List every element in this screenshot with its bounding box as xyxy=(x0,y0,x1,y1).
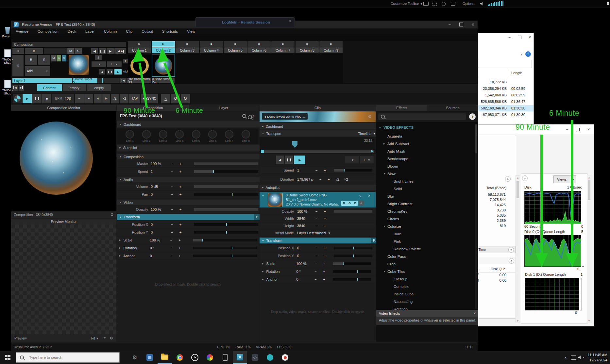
section-dashboard[interactable]: Dashboard xyxy=(117,121,261,127)
taskbar-icon-resolume-active[interactable]: A xyxy=(233,351,247,364)
scale-slider[interactable] xyxy=(193,239,257,241)
section-collapse-icon[interactable] xyxy=(509,258,514,264)
desktop-icon-recycle-bin[interactable]: Recyc... xyxy=(1,25,14,40)
anchor-row[interactable]: Anchor0 xyxy=(117,253,259,259)
pan-slider[interactable] xyxy=(194,193,258,196)
taskbar-icon-settings[interactable] xyxy=(127,351,142,364)
column-7-header[interactable]: Column 7 xyxy=(271,47,295,53)
effect-item[interactable]: Bright.Contrast xyxy=(376,200,478,207)
tray-clock[interactable]: 11:11:45 AM 12/27/2024 xyxy=(586,352,607,363)
layer-skip-start-button[interactable] xyxy=(120,78,126,83)
preview-fit-dropdown[interactable]: Fit xyxy=(91,336,98,340)
deck-tab-empty-1[interactable]: empty xyxy=(63,84,86,91)
deck-tab-content[interactable]: Content xyxy=(37,84,62,91)
taskbar-icon-chrome[interactable] xyxy=(173,351,187,364)
increment-button[interactable] xyxy=(176,230,185,234)
increment-button[interactable] xyxy=(176,185,185,189)
clip-play-button[interactable] xyxy=(294,156,305,164)
bpm-display[interactable]: BPM 120 xyxy=(52,94,74,103)
menu-item-layer[interactable]: Layer xyxy=(81,29,99,33)
duration-double-button[interactable]: ×2 xyxy=(344,177,348,181)
desktop-icon-shortcut-1[interactable]: TheDo - Sho.. xyxy=(1,48,14,66)
bpm-decrease-button[interactable] xyxy=(75,94,84,103)
increment-button[interactable] xyxy=(176,162,185,166)
response-time-section[interactable]: e Time xyxy=(474,246,516,253)
options-menu[interactable]: Options xyxy=(463,2,474,6)
increment-button[interactable] xyxy=(176,170,185,174)
layer-active-clip-name[interactable]: 8 Dome Sweet Do... xyxy=(73,78,97,83)
layer-loop-mode-dropdown[interactable] xyxy=(92,61,106,67)
column-1-header[interactable]: Column 1 xyxy=(128,47,151,53)
close-button[interactable] xyxy=(472,22,474,27)
increment-button[interactable] xyxy=(320,262,328,266)
increment-button[interactable] xyxy=(176,223,185,226)
increment-button[interactable] xyxy=(175,254,184,258)
network-icon[interactable] xyxy=(451,2,455,6)
effect-preset-item[interactable]: Inside Cube xyxy=(376,290,478,298)
desktop-icon-shortcut-2[interactable]: TheDo - Sho.. xyxy=(1,78,14,97)
anchor-slider[interactable] xyxy=(193,255,257,257)
preview-settings-icon[interactable] xyxy=(110,336,113,340)
position-x-slider[interactable] xyxy=(194,223,258,226)
clip-2-name[interactable]: 8 Dome Sweet Do... xyxy=(152,78,175,83)
column-8-header[interactable]: Column 8 xyxy=(296,47,319,53)
decrement-button[interactable] xyxy=(311,270,320,273)
effect-item[interactable]: ChromaKey xyxy=(376,207,478,215)
maximize-button[interactable] xyxy=(459,23,463,26)
effect-item[interactable]: Circles xyxy=(376,215,478,223)
close-panel-icon[interactable] xyxy=(473,311,476,316)
taskbar-icon-code-app[interactable]: </> xyxy=(248,351,262,364)
effect-preset-item[interactable]: Closeup xyxy=(376,275,478,283)
tab-sources[interactable]: Sources xyxy=(427,105,478,111)
section-transform-selected[interactable]: Transform P. xyxy=(117,214,261,220)
composition-pause-button[interactable] xyxy=(99,48,106,54)
volume-slider[interactable] xyxy=(194,185,258,188)
position-x-row[interactable]: Position X0 xyxy=(117,221,259,228)
taskbar-icon-blue-app[interactable] xyxy=(143,351,157,364)
taskbar-icon-disc-app[interactable] xyxy=(278,351,292,364)
clip-section-transform-selected[interactable]: Transform P. xyxy=(260,238,378,243)
column-6-header[interactable]: Column 6 xyxy=(247,47,271,53)
decrement-button[interactable] xyxy=(168,207,176,211)
effect-item[interactable]: Auto Mask xyxy=(376,147,478,155)
composition-play-button[interactable] xyxy=(107,48,114,54)
layer-prev-button[interactable] xyxy=(99,69,105,74)
views-dropdown[interactable]: Views xyxy=(553,175,576,183)
increment-button[interactable] xyxy=(176,207,185,211)
decrement-button[interactable] xyxy=(311,262,320,266)
increment-button[interactable] xyxy=(175,246,184,250)
layer-audio-toggle[interactable]: A xyxy=(57,55,61,61)
clip-anchor-row[interactable]: Anchor0 xyxy=(260,276,376,283)
clip-anchor-slider[interactable] xyxy=(333,278,371,281)
effect-item[interactable]: Color Pass xyxy=(376,253,478,260)
clip-scale-row[interactable]: Scale100 % xyxy=(260,260,376,267)
increment-button[interactable] xyxy=(176,192,185,196)
composition-pause-transport-button[interactable] xyxy=(32,94,42,103)
deck-tab-empty-2[interactable]: empty xyxy=(87,84,111,91)
effect-preset-item[interactable]: Solid xyxy=(376,185,478,192)
clip-cell-gold-ring[interactable] xyxy=(128,55,151,77)
clip-height-row[interactable]: Height3840 xyxy=(260,223,376,229)
decrement-button[interactable] xyxy=(312,254,321,258)
bpm-half-button[interactable]: /2 xyxy=(111,94,119,103)
beat-nudge-back-button[interactable] xyxy=(94,94,102,103)
pan-row[interactable]: Pan0 xyxy=(117,191,259,198)
layer-clip-progress[interactable] xyxy=(98,78,120,83)
clip-loop-mode-dropdown[interactable] xyxy=(345,156,359,163)
decrement-button[interactable] xyxy=(167,238,175,242)
effects-scrollbar[interactable] xyxy=(475,124,477,309)
increment-button[interactable] xyxy=(321,168,329,172)
clip-section-autopilot[interactable]: Autopilot xyxy=(260,185,378,190)
layer-master-toggle[interactable]: M xyxy=(51,55,56,61)
dashboard-link-knob[interactable]: Link 4 xyxy=(175,130,184,142)
dashboard-link-knob[interactable]: Link 5 xyxy=(192,130,200,142)
preview-pin-icon[interactable]: ✒ xyxy=(103,336,106,340)
increment-button[interactable] xyxy=(321,246,329,250)
column-1-trigger[interactable] xyxy=(128,41,151,47)
channel-r-toggle[interactable]: R xyxy=(341,201,347,206)
clip-rotation-row[interactable]: Rotation0 ° xyxy=(260,268,376,275)
column-4-header[interactable]: Column 4 xyxy=(200,47,223,53)
menu-item-clip[interactable]: Clip xyxy=(121,29,137,33)
column-9-trigger[interactable] xyxy=(319,41,343,47)
section-collapse-icon[interactable] xyxy=(505,176,511,182)
